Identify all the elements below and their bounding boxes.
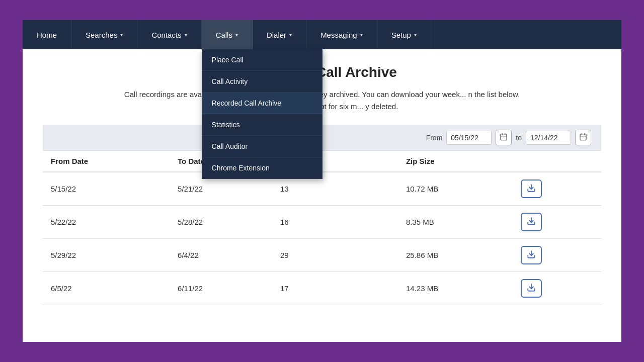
- cell-from-date: 5/15/22: [43, 172, 170, 206]
- cell-download: [513, 272, 601, 305]
- table-row: 5/22/22 5/28/22 16 8.35 MB: [43, 206, 601, 239]
- cell-zip-size: 14.23 MB: [398, 272, 513, 305]
- download-icon: [527, 283, 536, 292]
- download-icon: [527, 250, 536, 259]
- from-date-calendar-button[interactable]: [496, 130, 512, 145]
- nav-calls[interactable]: Calls ▾: [202, 20, 253, 49]
- navbar: Home Searches ▾ Contacts ▾ Calls ▾: [23, 20, 621, 49]
- download-button[interactable]: [521, 179, 542, 198]
- dialer-chevron-icon: ▾: [289, 32, 292, 38]
- col-zip-size: Zip Size: [398, 151, 513, 172]
- download-button[interactable]: [521, 246, 542, 264]
- nav-home-label: Home: [37, 31, 57, 39]
- table-row: 6/5/22 6/11/22 17 14.23 MB: [43, 272, 601, 305]
- cell-download: [513, 172, 601, 206]
- cell-zip-size: 25.86 MB: [398, 239, 513, 272]
- cell-to-date: 6/11/22: [170, 272, 272, 305]
- nav-dialer-label: Dialer: [267, 31, 286, 39]
- download-icon: [527, 217, 536, 226]
- svg-rect-4: [580, 134, 586, 140]
- nav-dialer-wrapper: Dialer ▾: [253, 20, 306, 49]
- cell-to-date: 6/4/22: [170, 239, 272, 272]
- nav-calls-wrapper: Calls ▾ Place Call Call Activity Recorde…: [202, 20, 253, 49]
- cell-zip-size: 8.35 MB: [398, 206, 513, 239]
- app-window: Home Searches ▾ Contacts ▾ Calls ▾: [23, 20, 621, 342]
- calls-chevron-icon: ▾: [235, 32, 238, 38]
- cell-from-date: 6/5/22: [43, 272, 170, 305]
- nav-messaging-label: Messaging: [320, 31, 357, 39]
- nav-searches-label: Searches: [86, 31, 117, 39]
- to-date-calendar-button[interactable]: [575, 130, 591, 145]
- nav-contacts-wrapper: Contacts ▾: [137, 20, 201, 49]
- to-label: to: [516, 134, 522, 142]
- cell-from-date: 5/29/22: [43, 239, 170, 272]
- calendar-icon-2: [579, 133, 587, 141]
- dropdown-recorded-call-archive[interactable]: Recorded Call Archive: [202, 93, 323, 114]
- calls-dropdown: Place Call Call Activity Recorded Call A…: [202, 49, 323, 179]
- searches-chevron-icon: ▾: [120, 32, 123, 38]
- nav-contacts[interactable]: Contacts ▾: [137, 20, 201, 49]
- cell-to-date: 5/28/22: [170, 206, 272, 239]
- nav-contacts-label: Contacts: [151, 31, 181, 39]
- setup-chevron-icon: ▾: [414, 32, 417, 38]
- download-button[interactable]: [521, 213, 542, 231]
- from-date-input[interactable]: [446, 131, 492, 145]
- col-from-date: From Date: [43, 151, 170, 172]
- nav-calls-label: Calls: [216, 31, 232, 39]
- dropdown-call-auditor[interactable]: Call Auditor: [202, 136, 323, 157]
- nav-messaging[interactable]: Messaging ▾: [306, 20, 377, 49]
- messaging-chevron-icon: ▾: [360, 32, 363, 38]
- cell-file-count: 16: [272, 206, 398, 239]
- cell-file-count: 29: [272, 239, 398, 272]
- download-icon: [527, 184, 536, 193]
- cell-file-count: 17: [272, 272, 398, 305]
- dropdown-place-call[interactable]: Place Call: [202, 49, 323, 71]
- nav-setup-wrapper: Setup ▾: [377, 20, 431, 49]
- nav-setup[interactable]: Setup ▾: [377, 20, 431, 49]
- table-row: 5/29/22 6/4/22 29 25.86 MB: [43, 239, 601, 272]
- dropdown-statistics[interactable]: Statistics: [202, 114, 323, 136]
- to-date-input[interactable]: [526, 131, 571, 145]
- nav-searches[interactable]: Searches ▾: [71, 20, 137, 49]
- cell-download: [513, 239, 601, 272]
- nav-dialer[interactable]: Dialer ▾: [253, 20, 306, 49]
- outer-container: Home Searches ▾ Contacts ▾ Calls ▾: [23, 20, 621, 342]
- cell-zip-size: 10.72 MB: [398, 172, 513, 206]
- dropdown-call-activity[interactable]: Call Activity: [202, 71, 323, 93]
- cell-from-date: 5/22/22: [43, 206, 170, 239]
- cell-download: [513, 206, 601, 239]
- nav-home[interactable]: Home: [23, 20, 71, 49]
- col-action: [513, 151, 601, 172]
- dropdown-chrome-extension[interactable]: Chrome Extension: [202, 157, 323, 179]
- nav-setup-label: Setup: [391, 31, 411, 39]
- svg-rect-0: [501, 134, 507, 140]
- nav-messaging-wrapper: Messaging ▾: [306, 20, 377, 49]
- calendar-icon: [500, 133, 508, 141]
- nav-searches-wrapper: Searches ▾: [71, 20, 137, 49]
- from-label: From: [426, 134, 443, 142]
- contacts-chevron-icon: ▾: [185, 32, 187, 38]
- download-button[interactable]: [521, 279, 542, 298]
